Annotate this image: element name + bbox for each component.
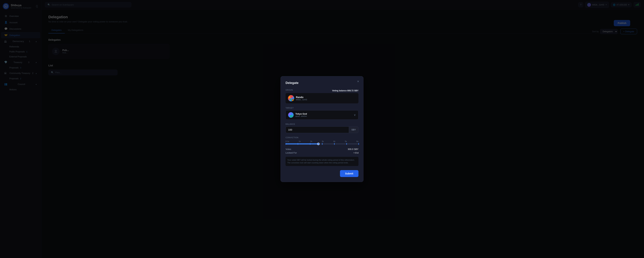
target-info: Tokyo God asud...dmGm [296, 113, 307, 117]
vote-stats: Votes 300.0 SBY Locked For ≈ 8 d [286, 148, 358, 154]
votes-row: Votes 300.0 SBY [286, 148, 358, 150]
conviction-marks: 0.1x 1x 2x 3x 4x 5x 6x [286, 140, 358, 142]
submit-button[interactable]: Submit [340, 170, 358, 177]
modal-close-button[interactable]: × [356, 79, 360, 84]
vote-note: Your voted SBY will be locked during the… [286, 157, 358, 166]
origin-info: Rando W82k...GrHS [296, 96, 307, 101]
locked-for-row: Locked For ≈ 8 d [286, 151, 358, 154]
target-inner: Tokyo God asud...dmGm [288, 112, 307, 118]
conviction-mark-2: 2x [310, 140, 312, 142]
svg-point-13 [292, 100, 294, 101]
conviction-slider-track[interactable] [286, 143, 358, 144]
svg-point-14 [288, 112, 294, 118]
votes-value: 300.0 SBY [348, 148, 358, 150]
origin-address: W82k...GrHS [296, 99, 307, 101]
conviction-mark-3: 3x [322, 140, 324, 142]
conviction-mark-01: 0.1x [286, 140, 289, 142]
delegate-modal: × Delegate Origin Voting balance 808.72 … [280, 76, 364, 182]
origin-name: Rando [296, 96, 307, 99]
svg-point-12 [290, 99, 291, 101]
slider-tick-2 [310, 143, 310, 145]
conviction-mark-4: 4x [334, 140, 336, 142]
voting-balance-value: 808.72 SBY [347, 89, 358, 92]
slider-tick-0 [286, 143, 286, 145]
balance-currency: SBY [349, 127, 358, 133]
conviction-label: Conviction [286, 136, 358, 138]
origin-avatar [288, 95, 294, 101]
target-address: asud...dmGm [296, 115, 307, 117]
locked-for-label: Locked For [286, 151, 297, 154]
modal-footer: Submit [286, 170, 358, 177]
svg-point-10 [291, 96, 293, 98]
svg-point-15 [289, 113, 291, 115]
target-label: Target [286, 107, 358, 109]
balance-input[interactable] [286, 127, 349, 133]
slider-fill [286, 143, 318, 144]
conviction-mark-5: 5x [345, 140, 347, 142]
locked-for-value: ≈ 8 d [354, 151, 358, 154]
modal-title: Delegate [286, 81, 358, 85]
slider-thumb[interactable] [317, 143, 320, 145]
svg-point-9 [289, 97, 290, 98]
slider-tick-5 [346, 143, 347, 145]
slider-tick-4 [334, 143, 334, 145]
voting-balance-label: Voting balance 808.72 SBY [332, 89, 358, 92]
conviction-mark-6: 6x [356, 140, 358, 142]
origin-sub-avatar [292, 99, 294, 101]
chevron-down-icon: ∨ [354, 113, 356, 117]
svg-point-16 [291, 113, 293, 115]
target-avatar [288, 112, 294, 118]
origin-display: Rando W82k...GrHS [286, 93, 358, 103]
target-name: Tokyo God [296, 113, 307, 115]
origin-label: Origin [286, 89, 293, 91]
origin-row: Origin Voting balance 808.72 SBY [286, 89, 358, 92]
votes-label: Votes [286, 148, 291, 150]
target-select[interactable]: Tokyo God asud...dmGm ∨ [286, 110, 358, 120]
balance-field-wrap: SBY [286, 127, 358, 133]
slider-tick-6 [358, 143, 359, 145]
balance-label: Balance [286, 123, 358, 125]
slider-tick-3 [322, 143, 322, 145]
conviction-mark-1: 1x [299, 140, 301, 142]
modal-overlay[interactable]: × Delegate Origin Voting balance 808.72 … [0, 0, 644, 258]
slider-tick-1 [298, 143, 298, 145]
svg-point-17 [290, 115, 292, 117]
